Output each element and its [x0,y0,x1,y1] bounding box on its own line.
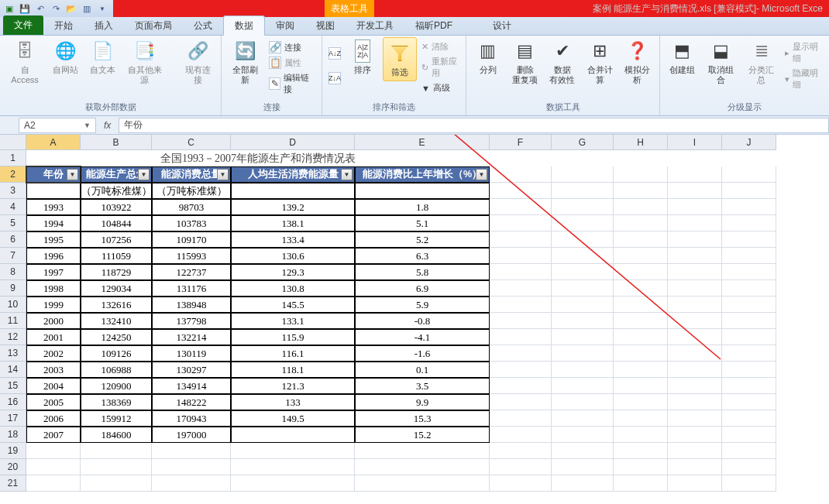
cell[interactable] [552,362,614,378]
cell[interactable] [552,297,614,313]
table-header-cell[interactable]: 能源消费比上年增长（%）▼ [355,166,490,183]
cell[interactable] [490,215,552,231]
cell[interactable] [722,313,776,329]
filter-dropdown-button[interactable]: ▼ [138,169,150,180]
table-data-cell[interactable]: -4.1 [355,329,490,345]
row-header-12[interactable]: 12 [0,329,26,345]
row-header-1[interactable]: 1 [0,150,26,166]
tab-formulas[interactable]: 公式 [183,16,223,35]
cell[interactable] [552,183,614,199]
table-data-cell[interactable]: 132410 [81,313,152,329]
table-data-cell[interactable] [231,427,355,443]
col-header-A[interactable]: A [26,135,81,150]
cell[interactable] [668,394,722,410]
cell[interactable] [355,475,490,492]
filter-button[interactable]: 筛选 [383,37,417,81]
table-subheader-cell[interactable]: （万吨标准煤） [81,183,152,199]
ungroup-button[interactable]: ⬓取消组合 [702,37,739,87]
cell[interactable] [490,459,552,475]
row-header-20[interactable]: 20 [0,459,26,475]
filter-dropdown-button[interactable]: ▼ [217,169,229,180]
col-header-J[interactable]: J [722,135,776,150]
filter-dropdown-button[interactable]: ▼ [476,169,487,180]
col-header-E[interactable]: E [355,135,490,150]
cell[interactable] [668,459,722,475]
cell[interactable] [81,443,152,459]
cell[interactable] [231,443,355,459]
cell[interactable] [490,297,552,313]
cell[interactable] [668,215,722,231]
cell[interactable] [26,475,81,492]
cell[interactable] [552,378,614,394]
table-data-cell[interactable]: 149.5 [231,410,355,427]
cell[interactable] [722,280,776,297]
cell[interactable] [552,280,614,297]
row-header-9[interactable]: 9 [0,280,26,297]
cell[interactable] [26,459,81,475]
save-icon[interactable]: 💾 [19,2,31,15]
row-header-2[interactable]: 2 [0,166,26,183]
row-header-8[interactable]: 8 [0,264,26,280]
cell[interactable] [722,215,776,231]
row-header-4[interactable]: 4 [0,199,26,215]
table-data-cell[interactable]: 133.1 [231,313,355,329]
cell[interactable] [668,166,722,183]
table-data-cell[interactable]: 1.8 [355,199,490,215]
table-data-cell[interactable]: 3.5 [355,378,490,394]
table-data-cell[interactable]: 2002 [26,345,81,362]
table-data-cell[interactable]: 137798 [152,313,231,329]
row-header-15[interactable]: 15 [0,378,26,394]
table-data-cell[interactable]: 138369 [81,394,152,410]
table-subheader-cell[interactable]: （万吨标准煤） [152,183,231,199]
cell[interactable] [668,427,722,443]
cell[interactable] [668,378,722,394]
cell[interactable] [614,150,668,166]
row-header-14[interactable]: 14 [0,362,26,378]
cell[interactable] [552,459,614,475]
cell[interactable] [81,459,152,475]
table-data-cell[interactable]: -0.8 [355,313,490,329]
sort-desc-button[interactable]: Z↓A [327,71,342,85]
table-data-cell[interactable]: 6.3 [355,248,490,264]
cell[interactable] [552,329,614,345]
cell[interactable] [490,345,552,362]
table-header-cell[interactable]: 能源消费总量▼ [152,166,231,183]
table-data-cell[interactable]: 106988 [81,362,152,378]
table-data-cell[interactable]: 139.2 [231,199,355,215]
table-data-cell[interactable]: 6.9 [355,280,490,297]
tab-home[interactable]: 开始 [43,16,84,35]
table-header-cell[interactable]: 人均生活消费能源量▼ [231,166,355,183]
remove-duplicates-button[interactable]: ▤删除 重复项 [508,37,542,87]
table-data-cell[interactable]: 2005 [26,394,81,410]
name-box-dropdown-icon[interactable]: ▼ [84,122,91,129]
table-data-cell[interactable]: 2004 [26,378,81,394]
cell[interactable] [490,183,552,199]
cell[interactable] [355,459,490,475]
table-data-cell[interactable]: 1996 [26,248,81,264]
table-title[interactable]: 全国1993－2007年能源生产和消费情况表 [26,150,490,166]
cell[interactable] [490,199,552,215]
table-data-cell[interactable]: 124250 [81,329,152,345]
cell[interactable] [614,362,668,378]
cell[interactable] [552,427,614,443]
table-data-cell[interactable]: 1993 [26,199,81,215]
table-data-cell[interactable]: 131176 [152,280,231,297]
cell[interactable] [490,313,552,329]
col-header-I[interactable]: I [668,135,722,150]
cell[interactable] [552,166,614,183]
cell[interactable] [722,394,776,410]
table-data-cell[interactable]: 109126 [81,345,152,362]
existing-connections-button[interactable]: 🔗现有连接 [180,37,216,87]
tab-file[interactable]: 文件 [3,15,43,35]
cell[interactable] [668,443,722,459]
row-header-6[interactable]: 6 [0,231,26,248]
cell[interactable] [490,264,552,280]
row-header-17[interactable]: 17 [0,410,26,427]
cell[interactable] [552,443,614,459]
cell[interactable] [614,199,668,215]
cell[interactable] [490,329,552,345]
table-data-cell[interactable]: 5.2 [355,231,490,248]
cell[interactable] [614,313,668,329]
cell[interactable] [722,427,776,443]
cell[interactable] [614,248,668,264]
